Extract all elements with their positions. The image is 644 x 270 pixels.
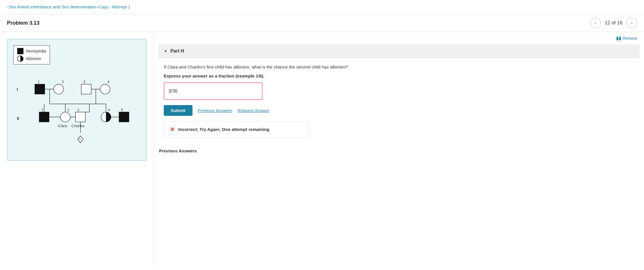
previous-answers-title: Previous Answers (159, 148, 639, 153)
breadcrumb[interactable]: ‹ Sex-linked inheritance and Sex determi… (7, 4, 130, 9)
part-h-section: ▼ Part H If Clara and Charles's first ch… (159, 44, 639, 144)
pedigree-diagram: I II 1 2 3 (15, 69, 139, 145)
previous-answers-section: Previous Answers (154, 148, 644, 161)
svg-text:1: 1 (38, 80, 40, 84)
action-row: Submit Previous Answers Request Answer (164, 105, 634, 116)
instruction-text: Express your answer as a fraction (examp… (164, 73, 634, 78)
answer-input[interactable] (164, 82, 262, 100)
svg-text:Charles: Charles (71, 124, 84, 128)
part-chevron-icon: ▼ (164, 49, 168, 53)
svg-text:I: I (17, 87, 18, 92)
review-icon: ▮▮ (616, 35, 621, 41)
albinism-symbol-icon (17, 55, 24, 62)
svg-rect-35 (119, 112, 129, 122)
legend-item-albinism: Albinism (17, 55, 46, 62)
svg-text:4: 4 (108, 108, 110, 112)
prev-page-button[interactable]: ‹ (590, 18, 601, 28)
review-link[interactable]: ▮▮ Review (616, 35, 637, 41)
problem-title: Problem 3.13 (7, 20, 39, 26)
question-area: If Clara and Charles's first child has a… (159, 58, 639, 144)
question-text: If Clara and Charles's first child has a… (164, 64, 634, 71)
header-row: Problem 3.13 ‹ 12 of 16 › (0, 14, 644, 32)
review-label: Review (623, 36, 637, 41)
svg-point-14 (100, 84, 110, 94)
legend: Hemophilia Albinism (13, 45, 50, 64)
error-icon: ✕ (170, 126, 175, 133)
previous-answers-button[interactable]: Previous Answers (198, 108, 232, 113)
svg-rect-11 (81, 84, 91, 94)
svg-rect-26 (75, 112, 85, 122)
right-panel: ▮▮ Review ▼ Part H If Clara and Charles'… (154, 32, 644, 267)
submit-button[interactable]: Submit (164, 105, 193, 116)
error-box: ✕ Incorrect; Try Again; One attempt rema… (164, 121, 309, 138)
svg-text:2: 2 (67, 108, 69, 112)
svg-text:?: ? (79, 138, 81, 142)
next-page-button[interactable]: › (627, 18, 637, 28)
back-chevron-icon: ‹ (7, 5, 8, 9)
svg-point-7 (54, 84, 64, 94)
pedigree-box: Hemophilia Albinism I II (7, 39, 147, 161)
top-nav: ‹ Sex-linked inheritance and Sex determi… (0, 0, 644, 14)
svg-rect-0 (17, 48, 23, 54)
svg-text:4: 4 (107, 80, 109, 84)
pagination-text: 12 of 16 (605, 20, 623, 26)
svg-point-21 (60, 112, 70, 122)
breadcrumb-text: Sex-linked inheritance and Sex determina… (9, 4, 130, 9)
svg-text:3: 3 (83, 80, 85, 84)
request-answer-button[interactable]: Request Answer (238, 108, 269, 113)
legend-hemophilia-label: Hemophilia (26, 49, 46, 53)
hemophilia-symbol-icon (17, 48, 24, 54)
svg-rect-18 (39, 112, 49, 122)
svg-text:II: II (17, 116, 19, 121)
pagination: ‹ 12 of 16 › (590, 18, 637, 28)
legend-albinism-label: Albinism (26, 56, 41, 61)
svg-text:1: 1 (42, 108, 44, 112)
review-bar: ▮▮ Review (154, 32, 644, 44)
svg-text:5: 5 (121, 108, 123, 112)
svg-text:3: 3 (77, 108, 79, 112)
error-message: Incorrect; Try Again; One attempt remain… (178, 127, 269, 132)
svg-text:Clara: Clara (58, 124, 67, 128)
part-header: ▼ Part H (159, 44, 639, 58)
svg-text:2: 2 (62, 80, 64, 84)
main-content: Hemophilia Albinism I II (0, 32, 644, 267)
left-panel: Hemophilia Albinism I II (0, 32, 154, 267)
legend-item-hemophilia: Hemophilia (17, 48, 46, 54)
svg-rect-4 (35, 84, 45, 94)
part-label: Part H (170, 48, 184, 54)
